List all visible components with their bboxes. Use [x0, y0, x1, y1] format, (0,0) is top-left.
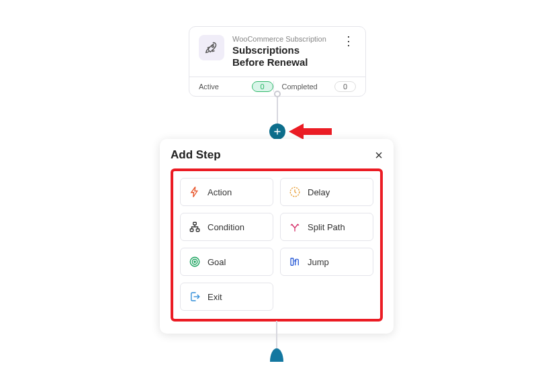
- svg-rect-4: [190, 229, 193, 232]
- tree-icon: [189, 221, 201, 233]
- step-label: Goal: [208, 257, 226, 267]
- step-label: Condition: [208, 222, 244, 232]
- stat-completed-value: 0: [334, 81, 356, 92]
- kebab-menu-icon[interactable]: [341, 35, 356, 47]
- connector-dot: [274, 91, 281, 97]
- jump-icon: [289, 256, 301, 268]
- step-label: Exit: [208, 292, 222, 302]
- plus-icon: [273, 127, 282, 136]
- stat-active-label: Active: [199, 83, 219, 91]
- stat-completed-label: Completed: [282, 83, 318, 91]
- step-split-button[interactable]: Split Path: [280, 213, 373, 241]
- add-step-button-bottom-partial[interactable]: [270, 348, 283, 362]
- step-delay-button[interactable]: Delay: [280, 178, 373, 206]
- svg-point-0: [212, 46, 214, 48]
- add-step-popup: Add Step × Action Delay: [160, 139, 394, 334]
- target-icon: [189, 256, 201, 268]
- step-jump-button[interactable]: Jump: [280, 248, 373, 276]
- step-goal-button[interactable]: Goal: [180, 248, 273, 276]
- step-action-button[interactable]: Action: [180, 178, 273, 206]
- close-icon[interactable]: ×: [375, 148, 383, 162]
- trigger-card[interactable]: WooCommerce Subscription Subscriptions B…: [189, 26, 366, 97]
- svg-rect-9: [291, 258, 293, 266]
- exit-icon: [189, 291, 201, 303]
- popup-title: Add Step: [171, 148, 221, 162]
- trigger-header: WooCommerce Subscription Subscriptions B…: [199, 35, 356, 68]
- step-condition-button[interactable]: Condition: [180, 213, 273, 241]
- svg-rect-3: [193, 222, 197, 225]
- trigger-titles: WooCommerce Subscription Subscriptions B…: [232, 35, 333, 68]
- popup-header: Add Step ×: [171, 148, 383, 162]
- step-exit-button[interactable]: Exit: [180, 283, 273, 311]
- stat-active-value: 0: [252, 81, 273, 92]
- connector-line-bottom: [276, 321, 277, 349]
- step-label: Action: [208, 187, 232, 197]
- add-step-button[interactable]: [269, 124, 285, 140]
- split-icon: [289, 221, 301, 233]
- svg-marker-1: [289, 124, 332, 140]
- svg-rect-5: [196, 229, 199, 232]
- stat-active: Active 0: [199, 81, 273, 92]
- workflow-canvas: WooCommerce Subscription Subscriptions B…: [0, 0, 546, 392]
- step-label: Delay: [308, 187, 330, 197]
- trigger-subtitle: WooCommerce Subscription: [232, 35, 333, 43]
- connector-line: [277, 97, 278, 126]
- step-label: Jump: [308, 257, 329, 267]
- stat-completed: Completed 0: [273, 81, 357, 92]
- lightning-icon: [189, 186, 201, 198]
- step-label: Split Path: [308, 222, 345, 232]
- steps-highlight-box: Action Delay Condition: [171, 168, 383, 322]
- rocket-icon: [199, 35, 224, 60]
- steps-grid: Action Delay Condition: [180, 178, 373, 311]
- svg-point-8: [194, 261, 195, 262]
- clock-icon: [289, 186, 301, 198]
- trigger-title: Subscriptions Before Renewal: [232, 44, 333, 68]
